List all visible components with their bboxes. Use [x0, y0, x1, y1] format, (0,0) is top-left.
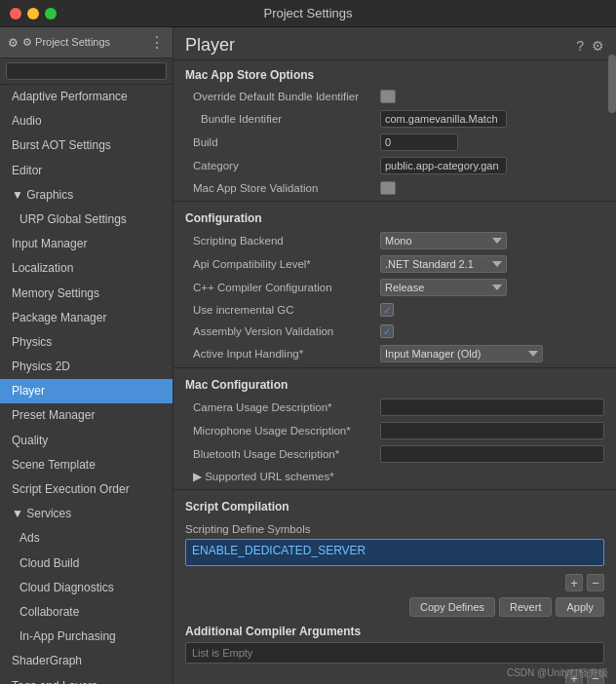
sidebar-item-collaborate[interactable]: Collaborate: [0, 600, 173, 625]
divider-2: [173, 367, 616, 368]
microphone-usage-label: Microphone Usage Description*: [185, 425, 380, 437]
field-incremental-gc: Use incremental GC: [173, 299, 616, 321]
sidebar-item-tags-layers[interactable]: Tags and Layers: [0, 674, 173, 685]
bluetooth-usage-value: [380, 445, 604, 463]
additional-compiler-label: Additional Compiler Arguments: [185, 625, 604, 642]
sidebar-item-preset-manager[interactable]: Preset Manager: [0, 403, 173, 428]
sidebar-item-quality[interactable]: Quality: [0, 429, 173, 453]
sidebar-item-scene-template[interactable]: Scene Template: [0, 453, 173, 477]
bundle-id-text: com.gamevanilla.Match: [380, 110, 507, 128]
sidebar-item-package-manager[interactable]: Package Manager: [0, 306, 173, 330]
sidebar-item-localization[interactable]: Localization: [0, 256, 173, 281]
camera-usage-value: [380, 399, 604, 416]
scripting-backend-select[interactable]: Mono IL2CPP: [380, 232, 507, 249]
sidebar-item-ads[interactable]: Ads: [0, 526, 173, 551]
add-define-button[interactable]: +: [565, 574, 583, 591]
incremental-gc-label: Use incremental GC: [185, 304, 380, 316]
active-input-select[interactable]: Input Manager (Old) Input System Package…: [380, 345, 543, 362]
field-microphone-usage: Microphone Usage Description*: [173, 419, 616, 442]
header-icons: ? ⚙: [576, 38, 604, 54]
sidebar-menu-icon[interactable]: ⋮: [149, 33, 165, 52]
content-panel: Player ? ⚙ Mac App Store Options Overrid…: [173, 27, 616, 684]
bundle-id-label: Bundle Identifier: [185, 113, 380, 125]
help-icon[interactable]: ?: [576, 38, 584, 54]
sidebar-item-cloud-diagnostics[interactable]: Cloud Diagnostics: [0, 576, 173, 600]
microphone-usage-value: [380, 422, 604, 439]
sidebar-item-physics-2d[interactable]: Physics 2D: [0, 355, 173, 379]
assembly-validation-label: Assembly Version Validation: [185, 325, 380, 337]
sidebar-item-adaptive-performance[interactable]: Adaptive Performance: [0, 85, 173, 109]
sidebar-item-cloud-build[interactable]: Cloud Build: [0, 551, 173, 576]
override-bundle-checkbox[interactable]: [380, 90, 396, 103]
build-value: [380, 133, 604, 151]
field-active-input: Active Input Handling* Input Manager (Ol…: [173, 342, 616, 365]
apply-defines-button[interactable]: Apply: [556, 597, 604, 617]
field-category: Category public.app-category.gan: [173, 154, 616, 177]
sidebar-item-urp-global[interactable]: URP Global Settings: [0, 208, 173, 232]
sidebar: ⚙ ⚙ Project Settings ⋮ Adaptive Performa…: [0, 27, 173, 684]
sidebar-item-audio[interactable]: Audio: [0, 109, 173, 133]
assembly-validation-value: [380, 324, 604, 338]
sidebar-item-in-app[interactable]: In-App Purchasing: [0, 625, 173, 649]
scripting-define-input[interactable]: ENABLE_DEDICATED_SERVER: [185, 539, 604, 566]
settings-icon[interactable]: ⚙: [592, 38, 604, 54]
script-compilation-section: Script Compilation: [173, 492, 616, 517]
list-empty-label: List is Empty: [192, 647, 252, 659]
revert-defines-button[interactable]: Revert: [499, 597, 552, 617]
watermark: CSDN @Unity打怪升级: [507, 666, 608, 680]
sidebar-item-services[interactable]: ▼ Services: [0, 502, 173, 526]
sidebar-item-physics[interactable]: Physics: [0, 330, 173, 355]
define-action-row: Copy Defines Revert Apply: [173, 593, 616, 621]
category-text: public.app-category.gan: [380, 157, 507, 174]
additional-compiler-section: Additional Compiler Arguments List is Em…: [173, 621, 616, 667]
sidebar-item-input-manager[interactable]: Input Manager: [0, 232, 173, 256]
incremental-gc-checkbox[interactable]: [380, 303, 394, 317]
build-input[interactable]: [380, 133, 458, 151]
sidebar-item-player[interactable]: Player: [0, 379, 173, 403]
sidebar-header: ⚙ ⚙ Project Settings ⋮: [0, 27, 173, 58]
field-build: Build: [173, 131, 616, 154]
active-input-value: Input Manager (Old) Input System Package…: [380, 345, 604, 362]
supported-url-label: ▶ Supported URL schemes*: [185, 470, 380, 483]
field-api-compat: Api Compatibility Level* .NET Standard 2…: [173, 252, 616, 276]
search-input[interactable]: [6, 62, 167, 80]
sidebar-item-shadergraph[interactable]: ShaderGraph: [0, 649, 173, 673]
sidebar-item-burst-aot[interactable]: Burst AOT Settings: [0, 133, 173, 158]
field-camera-usage: Camera Usage Description*: [173, 396, 616, 419]
camera-usage-input[interactable]: [380, 399, 604, 416]
copy-defines-button[interactable]: Copy Defines: [409, 597, 495, 617]
main-layout: ⚙ ⚙ Project Settings ⋮ Adaptive Performa…: [0, 27, 616, 684]
bundle-id-value: com.gamevanilla.Match: [380, 110, 604, 128]
minimize-button[interactable]: [27, 8, 39, 19]
api-compat-select[interactable]: .NET Standard 2.1 .NET 4.x: [380, 255, 507, 273]
gear-icon: ⚙: [8, 36, 19, 50]
sidebar-item-editor[interactable]: Editor: [0, 159, 173, 183]
field-cpp-compiler: C++ Compiler Configuration Release Debug…: [173, 276, 616, 299]
camera-usage-label: Camera Usage Description*: [185, 401, 380, 413]
bluetooth-usage-input[interactable]: [380, 445, 604, 463]
sidebar-item-memory-settings[interactable]: Memory Settings: [0, 282, 173, 306]
sidebar-item-list: Adaptive PerformanceAudioBurst AOT Setti…: [0, 85, 173, 684]
window-title: Project Settings: [263, 6, 352, 20]
build-label: Build: [185, 136, 380, 148]
sidebar-item-graphics[interactable]: ▼ Graphics: [0, 183, 173, 208]
assembly-validation-checkbox[interactable]: [380, 324, 394, 338]
scrollbar[interactable]: [608, 55, 616, 113]
field-mac-validation: Mac App Store Validation: [173, 177, 616, 199]
sidebar-item-script-execution[interactable]: Script Execution Order: [0, 477, 173, 502]
category-value: public.app-category.gan: [380, 157, 604, 174]
mac-validation-checkbox[interactable]: [380, 181, 396, 195]
scripting-backend-value: Mono IL2CPP: [380, 232, 604, 249]
configuration-section: Configuration: [173, 204, 616, 229]
scripting-backend-label: Scripting Backend: [185, 235, 380, 247]
api-compat-label: Api Compatibility Level*: [185, 258, 380, 270]
bluetooth-usage-label: Bluetooth Usage Description*: [185, 448, 380, 460]
microphone-usage-input[interactable]: [380, 422, 604, 439]
sidebar-header-label: ⚙ Project Settings: [22, 36, 110, 49]
window-controls[interactable]: [10, 8, 57, 19]
cpp-compiler-select[interactable]: Release Debug Master: [380, 279, 507, 296]
api-compat-value: .NET Standard 2.1 .NET 4.x: [380, 255, 604, 273]
remove-define-button[interactable]: −: [587, 574, 604, 591]
close-button[interactable]: [10, 8, 21, 19]
maximize-button[interactable]: [45, 8, 57, 19]
